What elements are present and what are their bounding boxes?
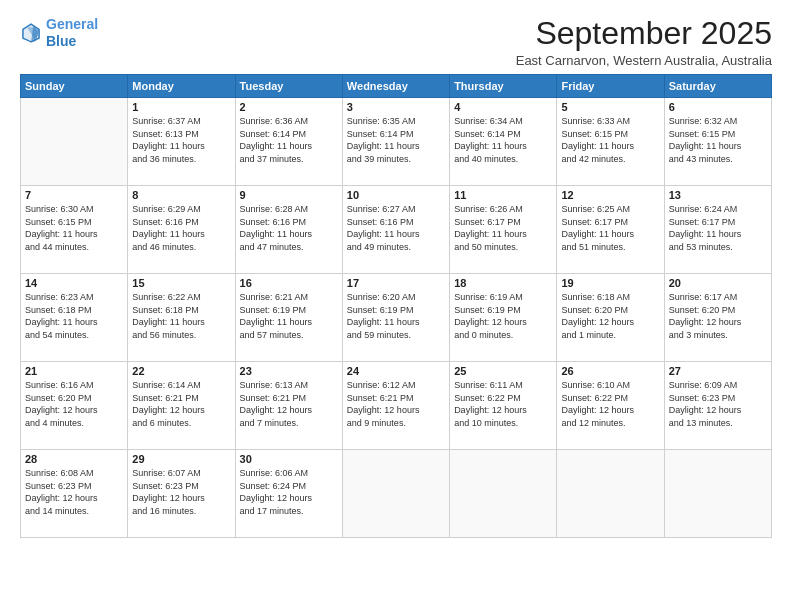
calendar-cell: 18Sunrise: 6:19 AMSunset: 6:19 PMDayligh… [450, 274, 557, 362]
cell-content: Sunrise: 6:18 AMSunset: 6:20 PMDaylight:… [561, 291, 659, 341]
cell-content: Sunrise: 6:10 AMSunset: 6:22 PMDaylight:… [561, 379, 659, 429]
calendar-cell: 26Sunrise: 6:10 AMSunset: 6:22 PMDayligh… [557, 362, 664, 450]
month-title: September 2025 [516, 16, 772, 51]
calendar-cell: 15Sunrise: 6:22 AMSunset: 6:18 PMDayligh… [128, 274, 235, 362]
day-number: 3 [347, 101, 445, 113]
calendar-cell: 21Sunrise: 6:16 AMSunset: 6:20 PMDayligh… [21, 362, 128, 450]
day-number: 22 [132, 365, 230, 377]
calendar-cell: 14Sunrise: 6:23 AMSunset: 6:18 PMDayligh… [21, 274, 128, 362]
day-number: 11 [454, 189, 552, 201]
calendar-cell: 12Sunrise: 6:25 AMSunset: 6:17 PMDayligh… [557, 186, 664, 274]
calendar-cell [557, 450, 664, 538]
day-number: 18 [454, 277, 552, 289]
calendar-cell: 19Sunrise: 6:18 AMSunset: 6:20 PMDayligh… [557, 274, 664, 362]
cell-content: Sunrise: 6:25 AMSunset: 6:17 PMDaylight:… [561, 203, 659, 253]
logo-text: General Blue [46, 16, 98, 50]
calendar-cell [664, 450, 771, 538]
day-number: 9 [240, 189, 338, 201]
cell-content: Sunrise: 6:35 AMSunset: 6:14 PMDaylight:… [347, 115, 445, 165]
calendar-cell [450, 450, 557, 538]
cell-content: Sunrise: 6:27 AMSunset: 6:16 PMDaylight:… [347, 203, 445, 253]
calendar: SundayMondayTuesdayWednesdayThursdayFrid… [20, 74, 772, 538]
day-number: 15 [132, 277, 230, 289]
page: General Blue September 2025 East Carnarv… [0, 0, 792, 612]
calendar-cell: 22Sunrise: 6:14 AMSunset: 6:21 PMDayligh… [128, 362, 235, 450]
day-number: 14 [25, 277, 123, 289]
title-area: September 2025 East Carnarvon, Western A… [516, 16, 772, 68]
calendar-cell: 30Sunrise: 6:06 AMSunset: 6:24 PMDayligh… [235, 450, 342, 538]
day-number: 1 [132, 101, 230, 113]
cell-content: Sunrise: 6:34 AMSunset: 6:14 PMDaylight:… [454, 115, 552, 165]
subtitle: East Carnarvon, Western Australia, Austr… [516, 53, 772, 68]
day-number: 19 [561, 277, 659, 289]
cell-content: Sunrise: 6:37 AMSunset: 6:13 PMDaylight:… [132, 115, 230, 165]
day-header-wednesday: Wednesday [342, 75, 449, 98]
logo: General Blue [20, 16, 98, 50]
day-number: 25 [454, 365, 552, 377]
cell-content: Sunrise: 6:11 AMSunset: 6:22 PMDaylight:… [454, 379, 552, 429]
cell-content: Sunrise: 6:17 AMSunset: 6:20 PMDaylight:… [669, 291, 767, 341]
day-number: 17 [347, 277, 445, 289]
day-header-tuesday: Tuesday [235, 75, 342, 98]
cell-content: Sunrise: 6:12 AMSunset: 6:21 PMDaylight:… [347, 379, 445, 429]
cell-content: Sunrise: 6:07 AMSunset: 6:23 PMDaylight:… [132, 467, 230, 517]
calendar-week-2: 14Sunrise: 6:23 AMSunset: 6:18 PMDayligh… [21, 274, 772, 362]
cell-content: Sunrise: 6:20 AMSunset: 6:19 PMDaylight:… [347, 291, 445, 341]
day-number: 27 [669, 365, 767, 377]
day-header-thursday: Thursday [450, 75, 557, 98]
calendar-cell: 27Sunrise: 6:09 AMSunset: 6:23 PMDayligh… [664, 362, 771, 450]
cell-content: Sunrise: 6:22 AMSunset: 6:18 PMDaylight:… [132, 291, 230, 341]
day-number: 26 [561, 365, 659, 377]
day-number: 30 [240, 453, 338, 465]
day-number: 7 [25, 189, 123, 201]
calendar-cell: 28Sunrise: 6:08 AMSunset: 6:23 PMDayligh… [21, 450, 128, 538]
day-number: 13 [669, 189, 767, 201]
cell-content: Sunrise: 6:19 AMSunset: 6:19 PMDaylight:… [454, 291, 552, 341]
day-number: 8 [132, 189, 230, 201]
calendar-cell: 8Sunrise: 6:29 AMSunset: 6:16 PMDaylight… [128, 186, 235, 274]
cell-content: Sunrise: 6:08 AMSunset: 6:23 PMDaylight:… [25, 467, 123, 517]
cell-content: Sunrise: 6:29 AMSunset: 6:16 PMDaylight:… [132, 203, 230, 253]
calendar-week-3: 21Sunrise: 6:16 AMSunset: 6:20 PMDayligh… [21, 362, 772, 450]
header: General Blue September 2025 East Carnarv… [20, 16, 772, 68]
day-header-friday: Friday [557, 75, 664, 98]
cell-content: Sunrise: 6:26 AMSunset: 6:17 PMDaylight:… [454, 203, 552, 253]
calendar-cell: 5Sunrise: 6:33 AMSunset: 6:15 PMDaylight… [557, 98, 664, 186]
cell-content: Sunrise: 6:06 AMSunset: 6:24 PMDaylight:… [240, 467, 338, 517]
cell-content: Sunrise: 6:13 AMSunset: 6:21 PMDaylight:… [240, 379, 338, 429]
day-header-monday: Monday [128, 75, 235, 98]
calendar-cell: 9Sunrise: 6:28 AMSunset: 6:16 PMDaylight… [235, 186, 342, 274]
cell-content: Sunrise: 6:33 AMSunset: 6:15 PMDaylight:… [561, 115, 659, 165]
calendar-week-4: 28Sunrise: 6:08 AMSunset: 6:23 PMDayligh… [21, 450, 772, 538]
day-number: 16 [240, 277, 338, 289]
day-number: 2 [240, 101, 338, 113]
day-number: 10 [347, 189, 445, 201]
calendar-week-1: 7Sunrise: 6:30 AMSunset: 6:15 PMDaylight… [21, 186, 772, 274]
calendar-header-row: SundayMondayTuesdayWednesdayThursdayFrid… [21, 75, 772, 98]
cell-content: Sunrise: 6:30 AMSunset: 6:15 PMDaylight:… [25, 203, 123, 253]
calendar-cell: 6Sunrise: 6:32 AMSunset: 6:15 PMDaylight… [664, 98, 771, 186]
day-number: 24 [347, 365, 445, 377]
calendar-cell: 11Sunrise: 6:26 AMSunset: 6:17 PMDayligh… [450, 186, 557, 274]
cell-content: Sunrise: 6:24 AMSunset: 6:17 PMDaylight:… [669, 203, 767, 253]
calendar-cell: 1Sunrise: 6:37 AMSunset: 6:13 PMDaylight… [128, 98, 235, 186]
logo-icon [20, 22, 42, 44]
calendar-cell: 20Sunrise: 6:17 AMSunset: 6:20 PMDayligh… [664, 274, 771, 362]
calendar-cell [21, 98, 128, 186]
calendar-cell: 2Sunrise: 6:36 AMSunset: 6:14 PMDaylight… [235, 98, 342, 186]
cell-content: Sunrise: 6:09 AMSunset: 6:23 PMDaylight:… [669, 379, 767, 429]
cell-content: Sunrise: 6:23 AMSunset: 6:18 PMDaylight:… [25, 291, 123, 341]
day-number: 21 [25, 365, 123, 377]
calendar-cell: 25Sunrise: 6:11 AMSunset: 6:22 PMDayligh… [450, 362, 557, 450]
calendar-cell: 29Sunrise: 6:07 AMSunset: 6:23 PMDayligh… [128, 450, 235, 538]
day-number: 12 [561, 189, 659, 201]
calendar-week-0: 1Sunrise: 6:37 AMSunset: 6:13 PMDaylight… [21, 98, 772, 186]
calendar-cell: 10Sunrise: 6:27 AMSunset: 6:16 PMDayligh… [342, 186, 449, 274]
cell-content: Sunrise: 6:16 AMSunset: 6:20 PMDaylight:… [25, 379, 123, 429]
calendar-cell: 13Sunrise: 6:24 AMSunset: 6:17 PMDayligh… [664, 186, 771, 274]
cell-content: Sunrise: 6:21 AMSunset: 6:19 PMDaylight:… [240, 291, 338, 341]
day-number: 29 [132, 453, 230, 465]
cell-content: Sunrise: 6:32 AMSunset: 6:15 PMDaylight:… [669, 115, 767, 165]
calendar-cell: 7Sunrise: 6:30 AMSunset: 6:15 PMDaylight… [21, 186, 128, 274]
day-number: 28 [25, 453, 123, 465]
